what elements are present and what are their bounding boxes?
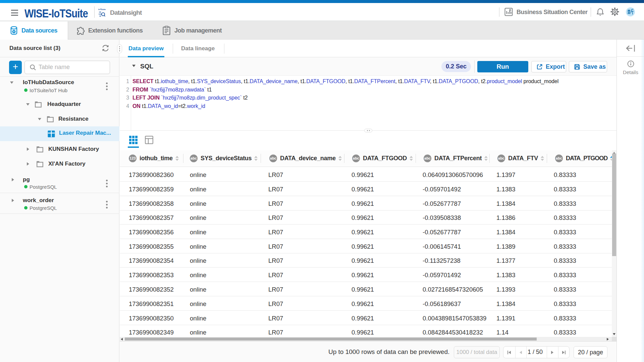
svg-text:IoTSuite: IoTSuite (98, 8, 106, 10)
